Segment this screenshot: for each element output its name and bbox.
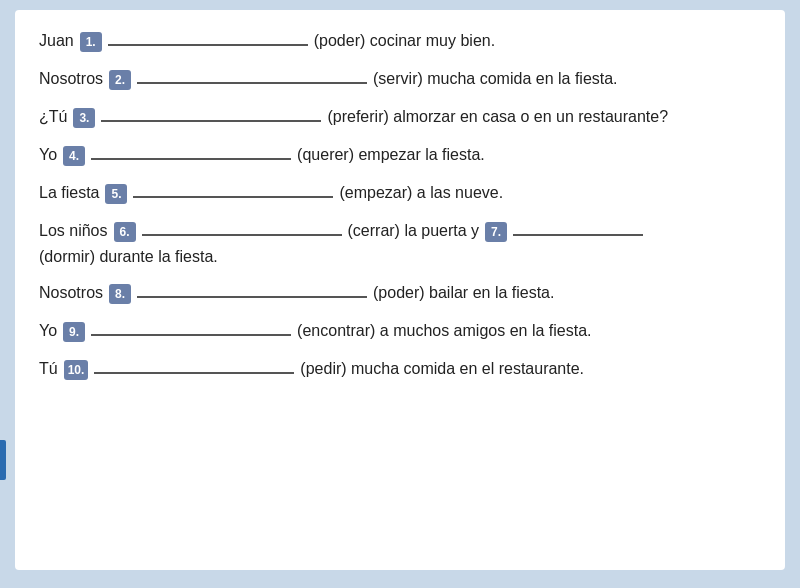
exercise-row-10: Tú 10. (pedir) mucha comida en el restau… — [39, 356, 761, 380]
exercise-row-8: Nosotros 8. (poder) bailar en la fiesta. — [39, 280, 761, 304]
number-badge-5: 5. — [105, 184, 127, 204]
exercise-container: Juan 1. (poder) cocinar muy bien. Nosotr… — [15, 10, 785, 570]
subject-3: ¿Tú — [39, 108, 67, 126]
subject-8: Nosotros — [39, 284, 103, 302]
exercise-row-6b: (dormir) durante la fiesta. — [39, 248, 761, 266]
blank-4[interactable] — [91, 142, 291, 160]
blank-10[interactable] — [94, 356, 294, 374]
prompt-2: (servir) mucha comida en la fiesta. — [373, 70, 618, 88]
number-badge-2: 2. — [109, 70, 131, 90]
subject-2: Nosotros — [39, 70, 103, 88]
exercise-row-4: Yo 4. (querer) empezar la fiesta. — [39, 142, 761, 166]
blank-7[interactable] — [513, 218, 643, 236]
blank-3[interactable] — [101, 104, 321, 122]
number-badge-8: 8. — [109, 284, 131, 304]
number-badge-9: 9. — [63, 322, 85, 342]
subject-4: Yo — [39, 146, 57, 164]
left-accent-bar — [0, 440, 6, 480]
exercise-row-5: La fiesta 5. (empezar) a las nueve. — [39, 180, 761, 204]
blank-6[interactable] — [142, 218, 342, 236]
subject-6: Los niños — [39, 222, 108, 240]
blank-5[interactable] — [133, 180, 333, 198]
blank-8[interactable] — [137, 280, 367, 298]
subject-1: Juan — [39, 32, 74, 50]
prompt-9: (encontrar) a muchos amigos en la fiesta… — [297, 322, 591, 340]
number-badge-7: 7. — [485, 222, 507, 242]
number-badge-10: 10. — [64, 360, 89, 380]
number-badge-4: 4. — [63, 146, 85, 166]
exercise-row-6: Los niños 6. (cerrar) la puerta y 7. — [39, 218, 761, 242]
exercise-row-2: Nosotros 2. (servir) mucha comida en la … — [39, 66, 761, 90]
subject-5: La fiesta — [39, 184, 99, 202]
exercise-row-9: Yo 9. (encontrar) a muchos amigos en la … — [39, 318, 761, 342]
prompt-10: (pedir) mucha comida en el restaurante. — [300, 360, 584, 378]
prompt-1: (poder) cocinar muy bien. — [314, 32, 495, 50]
subject-10: Tú — [39, 360, 58, 378]
prompt-3: (preferir) almorzar en casa o en un rest… — [327, 108, 668, 126]
exercise-row-3: ¿Tú 3. (preferir) almorzar en casa o en … — [39, 104, 761, 128]
prompt-6b: (dormir) durante la fiesta. — [39, 248, 218, 266]
number-badge-6: 6. — [114, 222, 136, 242]
number-badge-3: 3. — [73, 108, 95, 128]
subject-9: Yo — [39, 322, 57, 340]
exercise-row-1: Juan 1. (poder) cocinar muy bien. — [39, 28, 761, 52]
number-badge-1: 1. — [80, 32, 102, 52]
prompt-8: (poder) bailar en la fiesta. — [373, 284, 554, 302]
prompt-5: (empezar) a las nueve. — [339, 184, 503, 202]
prompt-4: (querer) empezar la fiesta. — [297, 146, 485, 164]
blank-1[interactable] — [108, 28, 308, 46]
prompt-6a: (cerrar) la puerta y — [348, 222, 480, 240]
blank-2[interactable] — [137, 66, 367, 84]
blank-9[interactable] — [91, 318, 291, 336]
